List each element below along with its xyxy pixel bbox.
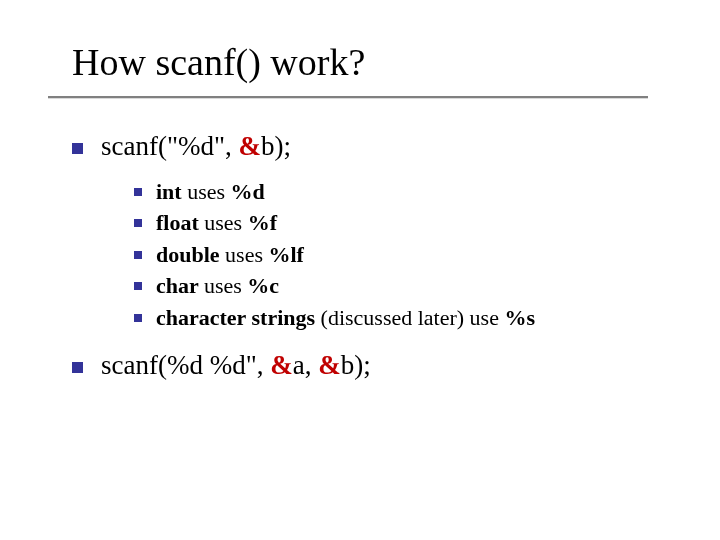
square-bullet-icon [134, 188, 142, 196]
format-string: character strings (discussed later) use … [156, 304, 535, 332]
list-item: float uses %f [134, 209, 692, 237]
type: int [156, 179, 187, 204]
square-bullet-icon [72, 362, 83, 373]
spec: %s [504, 305, 535, 330]
list-item: int uses %d [134, 178, 692, 206]
title-underline [48, 96, 648, 98]
type: character strings [156, 305, 321, 330]
square-bullet-icon [134, 251, 142, 259]
scanf-double-example: scanf(%d %d", &a, &b); [101, 349, 371, 383]
square-bullet-icon [134, 219, 142, 227]
text: a, [293, 350, 318, 380]
list-item: scanf("%d", &b); [72, 130, 692, 164]
text: scanf("%d", [101, 131, 239, 161]
ampersand: & [239, 131, 262, 161]
text: (discussed later) use [321, 305, 505, 330]
square-bullet-icon [134, 314, 142, 322]
format-char: char uses %c [156, 272, 279, 300]
text: uses [204, 273, 247, 298]
text: b); [341, 350, 371, 380]
type: char [156, 273, 204, 298]
list-item: double uses %lf [134, 241, 692, 269]
text: uses [204, 210, 247, 235]
format-spec-sublist: int uses %d float uses %f double uses %l… [134, 178, 692, 332]
page-title: How scanf() work? [72, 40, 365, 84]
format-int: int uses %d [156, 178, 265, 206]
ampersand: & [318, 350, 341, 380]
square-bullet-icon [134, 282, 142, 290]
list-item: char uses %c [134, 272, 692, 300]
slide-body: scanf("%d", &b); int uses %d float uses … [72, 130, 692, 397]
spec: %c [247, 273, 279, 298]
list-item: scanf(%d %d", &a, &b); [72, 349, 692, 383]
format-double: double uses %lf [156, 241, 304, 269]
spec: %d [231, 179, 265, 204]
scanf-single-example: scanf("%d", &b); [101, 130, 291, 164]
spec: %f [248, 210, 277, 235]
text: uses [187, 179, 230, 204]
spec: %lf [268, 242, 303, 267]
text: scanf(%d %d", [101, 350, 270, 380]
text: b); [261, 131, 291, 161]
type: double [156, 242, 225, 267]
text: uses [225, 242, 268, 267]
square-bullet-icon [72, 143, 83, 154]
ampersand: & [270, 350, 293, 380]
format-float: float uses %f [156, 209, 277, 237]
type: float [156, 210, 204, 235]
list-item: character strings (discussed later) use … [134, 304, 692, 332]
slide: How scanf() work? scanf("%d", &b); int u… [0, 0, 720, 540]
